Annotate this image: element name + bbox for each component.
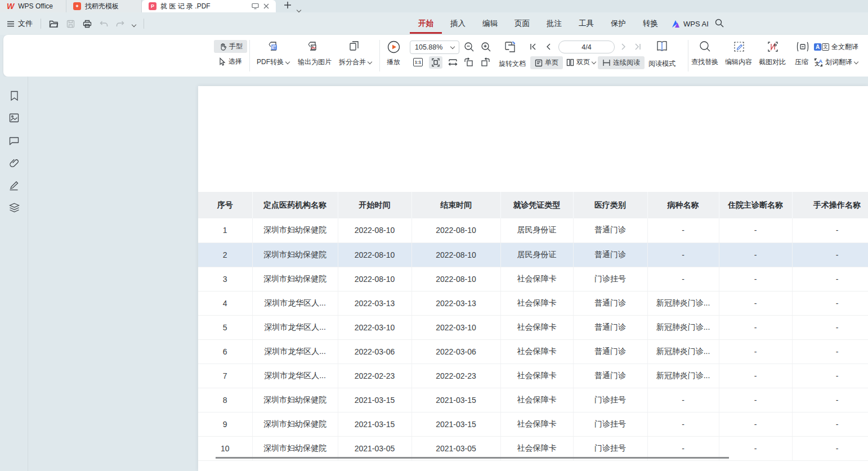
table-cell: 门诊挂号 — [573, 388, 647, 412]
table-row: 7深圳市龙华区人...2022-02-232022-02-23社会保障卡普通门诊… — [198, 364, 868, 388]
table-cell: - — [719, 388, 792, 412]
menu-tab-page[interactable]: 页面 — [506, 14, 538, 34]
tab-document[interactable]: P 就 医 记 录 .PDF — [142, 0, 276, 12]
actual-size-button[interactable]: 1:1 — [413, 58, 423, 66]
zoom-out-icon[interactable] — [464, 42, 475, 52]
comment-panel-icon[interactable] — [8, 134, 20, 147]
tab-wps-office[interactable]: W WPS Office — [0, 0, 66, 12]
rotate-pages-icon[interactable] — [503, 40, 517, 53]
table-cell: 普通门诊 — [573, 291, 647, 315]
table-cell: 2022-02-23 — [411, 364, 500, 388]
print-icon[interactable] — [83, 20, 92, 28]
tab-docer-templates[interactable]: ✦ 找稻壳模板 — [66, 0, 142, 12]
document-title: 就 医 记 录 .PDF — [160, 2, 211, 11]
menu-tab-edit[interactable]: 编辑 — [474, 14, 506, 34]
table-row: 1深圳市妇幼保健院2022-08-102022-08-10居民身份证普通门诊--… — [198, 218, 868, 243]
table-cell: 深圳市妇幼保健院 — [252, 218, 338, 243]
attachment-panel-icon[interactable] — [8, 157, 20, 169]
fit-page-button[interactable] — [429, 56, 442, 69]
table-row: 8深圳市妇幼保健院2021-03-152021-03-15社会保障卡门诊挂号--… — [198, 388, 868, 412]
bookmark-panel-icon[interactable] — [8, 89, 20, 102]
horizontal-scrollbar[interactable] — [216, 457, 729, 459]
file-menu-button[interactable]: 文件 — [7, 19, 33, 29]
zoom-select[interactable]: 105.88% — [410, 41, 459, 54]
rotate-doc-label[interactable]: 旋转文档 — [499, 59, 526, 69]
column-header: 病种名称 — [647, 192, 719, 218]
menu-tab-insert[interactable]: 插入 — [442, 14, 474, 34]
find-replace-icon[interactable] — [699, 41, 711, 52]
cursor-icon — [218, 57, 226, 66]
double-page-button[interactable]: 双页 — [566, 57, 596, 67]
split-merge-button[interactable]: 拆分合并 — [339, 57, 372, 67]
table-cell: 1 — [198, 218, 252, 243]
redo-icon[interactable] — [116, 20, 124, 28]
table-cell: - — [792, 267, 868, 291]
read-mode-icon[interactable] — [655, 40, 669, 53]
menu-tab-comment[interactable]: 批注 — [538, 14, 570, 34]
wps-ai-button[interactable]: WPS AI — [671, 12, 709, 35]
close-tab-icon[interactable] — [263, 3, 269, 9]
full-translate-button[interactable]: A文 全文翻译 — [814, 42, 858, 52]
layers-panel-icon[interactable] — [8, 201, 20, 214]
last-page-icon[interactable] — [634, 43, 642, 51]
new-tab-button[interactable] — [284, 1, 292, 9]
read-mode-button[interactable]: 阅读模式 — [648, 59, 675, 69]
pdf-page: 序号定点医药机构名称开始时间结束时间就诊凭证类型医疗类别病种名称住院主诊断名称手… — [198, 86, 868, 471]
thumbnail-panel-icon[interactable] — [8, 111, 20, 124]
find-replace-button[interactable]: 查找替换 — [691, 57, 718, 67]
page-number-input[interactable]: 4/4 — [558, 41, 615, 53]
table-cell: 深圳市龙华区人... — [252, 315, 338, 339]
screenshot-compare-button[interactable]: 截图对比 — [759, 57, 786, 67]
compress-button[interactable]: 压缩 — [795, 57, 808, 67]
hand-tool-button[interactable]: 手型 — [214, 40, 247, 53]
screenshot-compare-icon[interactable] — [767, 41, 779, 53]
table-cell: - — [719, 339, 792, 364]
open-file-icon[interactable] — [49, 20, 59, 28]
table-header-row: 序号定点医药机构名称开始时间结束时间就诊凭证类型医疗类别病种名称住院主诊断名称手… — [198, 192, 868, 218]
table-cell: 9 — [198, 412, 252, 436]
play-icon[interactable] — [387, 41, 400, 53]
signature-panel-icon[interactable] — [8, 179, 20, 191]
rotate-right-icon[interactable] — [481, 57, 490, 67]
menu-tab-tools[interactable]: 工具 — [570, 14, 602, 34]
save-icon[interactable] — [66, 20, 75, 28]
table-cell: 2022-08-10 — [338, 267, 411, 291]
table-cell: 深圳市妇幼保健院 — [252, 412, 338, 436]
zoom-in-icon[interactable] — [481, 42, 491, 52]
play-button[interactable]: 播放 — [387, 57, 400, 67]
monitor-icon[interactable] — [252, 3, 259, 10]
menu-tab-protect[interactable]: 保护 — [602, 14, 634, 34]
table-cell: - — [647, 388, 719, 412]
select-tool-button[interactable]: 选择 — [218, 57, 242, 66]
quickbar-chevron-icon[interactable] — [132, 19, 136, 29]
menu-tab-home[interactable]: 开始 — [410, 14, 442, 34]
word-translate-button[interactable]: 文 A 划词翻译 — [814, 57, 858, 67]
continuous-read-icon — [602, 59, 611, 66]
tab-label: 找稻壳模板 — [85, 2, 119, 11]
menu-items: 开始 插入 编辑 页面 批注 工具 保护 转换 — [410, 12, 666, 35]
compress-icon[interactable] — [796, 41, 809, 53]
column-header: 序号 — [198, 192, 252, 218]
table-row: 2深圳市妇幼保健院2022-08-102022-08-10居民身份证普通门诊--… — [198, 243, 868, 267]
divider — [144, 19, 144, 29]
wps-pdf-window: W WPS Office ✦ 找稻壳模板 P 就 医 记 录 .PDF — [0, 0, 868, 471]
pdf-convert-button[interactable]: PDF转换 — [257, 57, 289, 67]
menu-bar: 文件 — [0, 12, 868, 35]
first-page-icon[interactable] — [529, 43, 537, 51]
export-image-button[interactable]: 输出为图片 — [298, 57, 332, 67]
fit-width-button[interactable] — [448, 58, 458, 66]
tab-bar: W WPS Office ✦ 找稻壳模板 P 就 医 记 录 .PDF — [0, 0, 868, 12]
next-page-icon[interactable] — [620, 43, 627, 51]
undo-icon[interactable] — [100, 20, 108, 28]
table-cell: 3 — [198, 267, 252, 291]
edit-content-icon[interactable] — [733, 41, 745, 53]
continuous-read-button[interactable]: 连续阅读 — [598, 56, 645, 69]
menu-search-icon[interactable] — [715, 19, 724, 28]
rotate-left-icon[interactable] — [464, 57, 473, 67]
edit-content-button[interactable]: 编辑内容 — [725, 57, 752, 67]
prev-page-icon[interactable] — [545, 43, 552, 51]
table-cell: 2021-03-15 — [411, 388, 500, 412]
table-cell: 2 — [198, 243, 252, 267]
menu-tab-convert[interactable]: 转换 — [634, 14, 666, 34]
single-page-button[interactable]: 单页 — [530, 56, 563, 69]
